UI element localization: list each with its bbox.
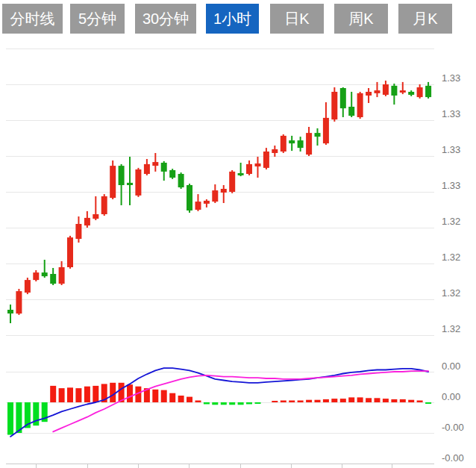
macd-bar-positive — [127, 384, 133, 402]
candle-body — [25, 280, 31, 293]
macd-bar-positive — [323, 399, 329, 402]
macd-bar-positive — [178, 396, 184, 402]
macd-bar-positive — [59, 388, 65, 402]
price-axis-labels: 1.331.331.331.331.321.321.321.32 — [442, 72, 460, 334]
candle-body — [348, 107, 354, 116]
candles-group[interactable] — [7, 81, 431, 323]
kline-chart-canvas[interactable]: 1.331.331.331.331.321.321.321.320.000.00… — [0, 41, 476, 468]
candle-body — [298, 140, 304, 148]
macd-bar-positive — [161, 390, 167, 402]
dea-line — [53, 371, 428, 431]
candle-body — [127, 183, 133, 185]
macd-bar-negative — [221, 402, 227, 405]
macd-bar-positive — [357, 397, 363, 402]
price-axis-label: 1.32 — [442, 323, 460, 334]
candle-body — [161, 163, 167, 172]
timeframe-tabbar: 分时线5分钟30分钟1小时日K周K月K — [0, 4, 476, 34]
candle-body — [7, 310, 13, 313]
candle-body — [417, 87, 423, 97]
macd-bar-positive — [84, 387, 90, 402]
candle-body — [289, 140, 295, 143]
candle-body — [306, 133, 312, 155]
macd-bar-positive — [50, 386, 56, 402]
macd-bar-positive — [400, 399, 406, 402]
macd-axis-label: -0.00 — [442, 452, 464, 464]
candle-body — [315, 133, 321, 137]
price-axis-label: 1.32 — [442, 216, 460, 227]
macd-bar-positive — [93, 386, 98, 402]
candle-body — [204, 201, 210, 204]
candle-body — [357, 93, 363, 117]
candle-body — [110, 166, 116, 198]
price-axis-label: 1.32 — [442, 252, 460, 263]
candle-body — [281, 136, 286, 152]
macd-axis-label: 0.00 — [442, 361, 460, 372]
candle-body — [42, 272, 48, 276]
macd-bar-positive — [110, 383, 116, 402]
price-axis-label: 1.32 — [442, 287, 460, 299]
candle-body — [50, 274, 56, 284]
trading-chart-app: 分时线5分钟30分钟1小时日K周K月K 1.331.331.331.331.32… — [0, 0, 476, 468]
candle-body — [383, 84, 389, 95]
candle-body — [331, 92, 337, 119]
macd-bar-positive — [340, 399, 346, 402]
macd-bar-positive — [331, 399, 337, 402]
macd-bar-positive — [306, 400, 312, 402]
macd-bar-positive — [375, 398, 381, 402]
candle-body — [391, 86, 397, 96]
price-axis-label: 1.33 — [442, 108, 460, 119]
macd-bar-positive — [281, 401, 286, 403]
candle-body — [212, 190, 218, 202]
macd-axis-label: -0.00 — [442, 422, 464, 433]
candle-body — [221, 189, 227, 193]
macd-bar-negative — [212, 402, 218, 405]
candle-body — [340, 88, 346, 108]
tab-monthly-k[interactable]: 月K — [398, 4, 452, 34]
macd-bar-positive — [152, 390, 158, 402]
price-axis-label: 1.33 — [442, 180, 460, 191]
candle-body — [375, 90, 381, 93]
macd-bar-negative — [238, 402, 244, 405]
candle-body — [75, 224, 81, 239]
tab-daily-k[interactable]: 日K — [270, 4, 324, 34]
candle-body — [195, 202, 201, 210]
tab-1hour[interactable]: 1小时 — [206, 4, 259, 34]
candle-body — [169, 170, 175, 178]
candle-body — [135, 169, 141, 196]
candle-body — [425, 86, 431, 97]
candle-body — [101, 196, 107, 214]
candle-body — [59, 267, 65, 284]
candle-body — [152, 162, 158, 166]
candle-body — [93, 214, 98, 219]
macd-bar-positive — [289, 401, 295, 403]
tab-time-share[interactable]: 分时线 — [2, 4, 63, 34]
candle-body — [178, 174, 184, 187]
candle-body — [323, 118, 329, 143]
macd-bar-positive — [315, 400, 321, 402]
macd-bar-positive — [187, 397, 192, 402]
candle-body — [16, 291, 22, 313]
macd-bar-positive — [272, 401, 278, 402]
macd-bar-negative — [204, 402, 210, 405]
price-axis-label: 1.33 — [442, 72, 460, 84]
macd-bar-negative — [246, 402, 252, 405]
candle-body — [84, 218, 90, 225]
macd-bar-positive — [298, 401, 304, 403]
macd-bar-negative — [425, 402, 431, 404]
tab-30min[interactable]: 30分钟 — [135, 4, 196, 34]
tab-5min[interactable]: 5分钟 — [70, 4, 125, 34]
macd-bar-positive — [195, 401, 201, 403]
candle-body — [238, 173, 244, 175]
tab-weekly-k[interactable]: 周K — [334, 4, 388, 34]
macd-bar-positive — [169, 393, 175, 402]
macd-bar-positive — [75, 388, 81, 402]
macd-bar-positive — [67, 387, 73, 402]
candle-body — [408, 92, 414, 95]
macd-bar-negative — [229, 402, 235, 405]
macd-axis-labels: 0.000.00-0.00-0.00 — [442, 361, 464, 464]
candle-body — [263, 152, 269, 168]
macd-bar-positive — [383, 399, 389, 402]
candle-body — [144, 164, 150, 174]
candle-body — [400, 90, 406, 93]
candle-body — [187, 185, 192, 210]
